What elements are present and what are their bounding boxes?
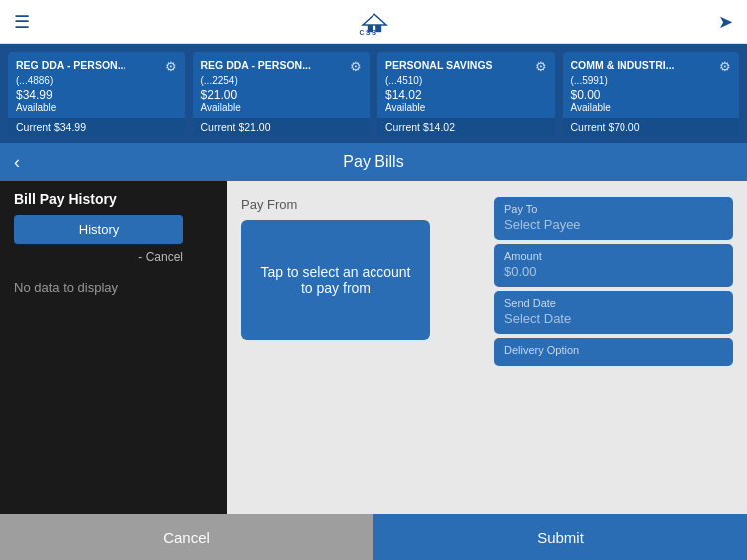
field-label-3: Delivery Option xyxy=(504,344,723,356)
top-navigation: ☰ C S B ➤ xyxy=(0,0,747,44)
account-card-2[interactable]: PERSONAL SAVINGS ⚙ (...4510) $14.02 Avai… xyxy=(377,52,555,136)
card-amount-2: $14.02 xyxy=(385,88,547,102)
main-content: Bill Pay History History - Cancel No dat… xyxy=(0,181,747,514)
card-availability-1: Available xyxy=(201,102,363,113)
card-name-0: REG DDA - PERSON... xyxy=(16,59,125,71)
pay-from-section: Pay From Tap to select an account to pay… xyxy=(241,197,480,498)
card-current-2: Current $14.02 xyxy=(377,118,555,136)
pay-from-selector[interactable]: Tap to select an account to pay from xyxy=(241,220,430,340)
action-bar: Cancel Submit xyxy=(0,514,747,560)
account-card-0[interactable]: REG DDA - PERSON... ⚙ (...4886) $34.99 A… xyxy=(8,52,185,136)
card-availability-0: Available xyxy=(16,102,177,113)
svg-text:C S B: C S B xyxy=(359,28,376,35)
pay-to-section: Pay To Select Payee Amount $0.00 Send Da… xyxy=(494,197,733,498)
sidebar-title: Bill Pay History xyxy=(0,181,227,215)
field-label-0: Pay To xyxy=(504,203,723,215)
logout-icon[interactable]: ➤ xyxy=(718,11,733,33)
card-availability-3: Available xyxy=(571,102,732,113)
card-number-0: (...4886) xyxy=(16,75,177,86)
card-current-3: Current $70.00 xyxy=(563,118,740,136)
card-gear-icon-0[interactable]: ⚙ xyxy=(165,59,177,74)
field-value-0: Select Payee xyxy=(504,217,723,232)
app-logo: C S B xyxy=(357,8,392,36)
sidebar: Bill Pay History History - Cancel No dat… xyxy=(0,181,227,514)
menu-icon[interactable]: ☰ xyxy=(14,11,30,33)
account-card-1[interactable]: REG DDA - PERSON... ⚙ (...2254) $21.00 A… xyxy=(193,52,371,136)
logo-svg: C S B xyxy=(357,8,392,36)
card-amount-3: $0.00 xyxy=(571,88,732,102)
pay-from-label: Pay From xyxy=(241,197,480,212)
card-number-1: (...2254) xyxy=(201,75,363,86)
form-field-0[interactable]: Pay To Select Payee xyxy=(494,197,733,240)
no-data-message: No data to display xyxy=(0,272,227,303)
field-label-2: Send Date xyxy=(504,297,723,309)
card-number-3: (...5991) xyxy=(571,75,732,86)
card-current-0: Current $34.99 xyxy=(8,118,185,136)
card-current-1: Current $21.00 xyxy=(193,118,371,136)
card-gear-icon-1[interactable]: ⚙ xyxy=(350,59,362,74)
card-name-3: COMM & INDUSTRI... xyxy=(571,59,675,71)
form-field-2[interactable]: Send Date Select Date xyxy=(494,291,733,334)
card-number-2: (...4510) xyxy=(385,75,547,86)
field-value-1: $0.00 xyxy=(504,264,723,279)
right-content: Pay From Tap to select an account to pay… xyxy=(227,181,747,514)
accounts-row: REG DDA - PERSON... ⚙ (...4886) $34.99 A… xyxy=(0,44,747,143)
card-gear-icon-3[interactable]: ⚙ xyxy=(719,59,731,74)
back-button[interactable]: ‹ xyxy=(14,152,20,173)
card-name-1: REG DDA - PERSON... xyxy=(201,59,311,71)
svg-rect-2 xyxy=(375,25,381,32)
svg-marker-0 xyxy=(363,14,386,25)
card-gear-icon-2[interactable]: ⚙ xyxy=(535,59,547,74)
submit-button[interactable]: Submit xyxy=(374,514,747,560)
page-header: ‹ Pay Bills xyxy=(0,143,747,181)
card-name-2: PERSONAL SAVINGS xyxy=(385,59,493,71)
cancel-link[interactable]: - Cancel xyxy=(0,250,197,272)
cancel-button[interactable]: Cancel xyxy=(0,514,374,560)
card-amount-0: $34.99 xyxy=(16,88,177,102)
account-card-3[interactable]: COMM & INDUSTRI... ⚙ (...5991) $0.00 Ava… xyxy=(563,52,740,136)
history-button[interactable]: History xyxy=(14,215,183,244)
page-title: Pay Bills xyxy=(343,153,403,171)
card-availability-2: Available xyxy=(385,102,547,113)
card-amount-1: $21.00 xyxy=(201,88,363,102)
form-field-3[interactable]: Delivery Option xyxy=(494,338,733,366)
field-value-2: Select Date xyxy=(504,311,723,326)
field-label-1: Amount xyxy=(504,250,723,262)
form-field-1[interactable]: Amount $0.00 xyxy=(494,244,733,287)
